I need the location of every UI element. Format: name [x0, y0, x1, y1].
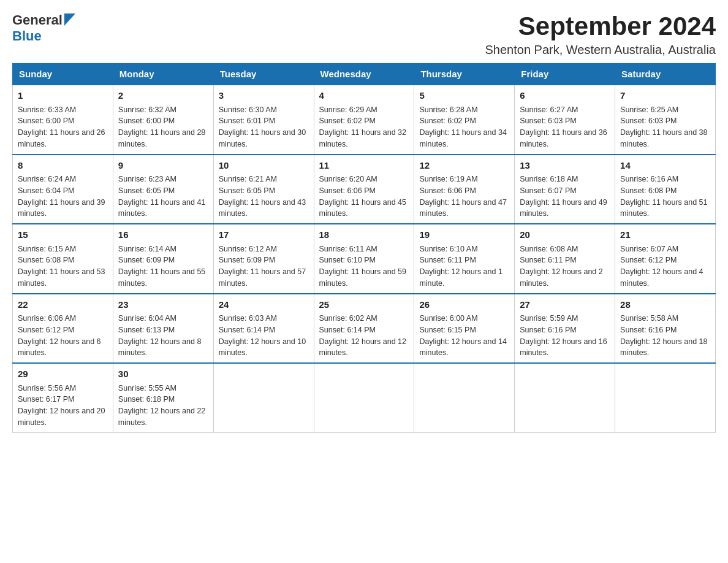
days-header-row: Sunday Monday Tuesday Wednesday Thursday… [13, 64, 716, 85]
sunrise-label: Sunrise: 5:58 AM [620, 314, 678, 323]
header-tuesday: Tuesday [213, 64, 314, 85]
sunrise-label: Sunrise: 6:33 AM [18, 105, 76, 114]
day-number: 22 [18, 298, 108, 312]
sunrise-label: Sunrise: 6:04 AM [118, 314, 176, 323]
day-number: 16 [118, 228, 208, 242]
week-row-1: 1 Sunrise: 6:33 AM Sunset: 6:00 PM Dayli… [13, 85, 716, 155]
day-number: 20 [520, 228, 610, 242]
sunset-label: Sunset: 6:09 PM [219, 256, 275, 264]
calendar-cell: 20 Sunrise: 6:08 AM Sunset: 6:11 PM Dayl… [515, 224, 615, 294]
sunset-label: Sunset: 6:13 PM [118, 326, 175, 334]
calendar-cell: 11 Sunrise: 6:20 AM Sunset: 6:06 PM Dayl… [314, 155, 414, 224]
daylight-label: Daylight: 12 hours and 6 minutes. [18, 337, 101, 358]
daylight-label: Daylight: 11 hours and 36 minutes. [520, 128, 607, 148]
sunrise-label: Sunrise: 6:30 AM [219, 105, 277, 114]
daylight-label: Daylight: 11 hours and 53 minutes. [18, 267, 105, 288]
day-number: 28 [620, 298, 710, 312]
sunrise-label: Sunrise: 5:56 AM [18, 384, 76, 393]
logo: General Blue [12, 12, 75, 44]
calendar-cell: 4 Sunrise: 6:29 AM Sunset: 6:02 PM Dayli… [314, 85, 414, 155]
month-year-title: September 2024 [485, 12, 716, 40]
page-header: General Blue September 2024 Shenton Park… [12, 12, 716, 57]
header-monday: Monday [113, 64, 213, 85]
daylight-label: Daylight: 12 hours and 2 minutes. [520, 267, 603, 288]
sunrise-label: Sunrise: 6:19 AM [419, 175, 477, 183]
daylight-label: Daylight: 12 hours and 1 minute. [419, 267, 502, 288]
svg-marker-0 [64, 13, 75, 26]
daylight-label: Daylight: 11 hours and 55 minutes. [118, 267, 205, 288]
calendar-cell: 24 Sunrise: 6:03 AM Sunset: 6:14 PM Dayl… [213, 294, 314, 364]
sunrise-label: Sunrise: 6:07 AM [620, 245, 678, 253]
day-number: 6 [520, 89, 610, 103]
sunrise-label: Sunrise: 6:00 AM [419, 314, 477, 323]
sunrise-label: Sunrise: 6:06 AM [18, 314, 76, 323]
calendar-cell: 3 Sunrise: 6:30 AM Sunset: 6:01 PM Dayli… [213, 85, 314, 155]
sunrise-label: Sunrise: 6:02 AM [319, 314, 377, 323]
sunset-label: Sunset: 6:06 PM [319, 186, 376, 195]
sunset-label: Sunset: 6:15 PM [419, 326, 476, 334]
week-row-3: 15 Sunrise: 6:15 AM Sunset: 6:08 PM Dayl… [13, 224, 716, 294]
sunrise-label: Sunrise: 6:11 AM [319, 245, 377, 253]
sunrise-label: Sunrise: 6:16 AM [620, 175, 678, 183]
header-saturday: Saturday [615, 64, 716, 85]
sunset-label: Sunset: 6:09 PM [118, 256, 175, 264]
sunset-label: Sunset: 6:12 PM [18, 326, 74, 334]
calendar-cell: 10 Sunrise: 6:21 AM Sunset: 6:05 PM Dayl… [213, 155, 314, 224]
daylight-label: Daylight: 11 hours and 30 minutes. [219, 128, 306, 148]
calendar-cell: 7 Sunrise: 6:25 AM Sunset: 6:03 PM Dayli… [615, 85, 716, 155]
daylight-label: Daylight: 11 hours and 57 minutes. [219, 267, 306, 288]
sunrise-label: Sunrise: 6:21 AM [219, 175, 277, 183]
sunrise-label: Sunrise: 6:25 AM [620, 105, 678, 114]
sunrise-label: Sunrise: 6:20 AM [319, 175, 377, 183]
daylight-label: Daylight: 12 hours and 20 minutes. [18, 407, 105, 427]
day-number: 25 [319, 298, 409, 312]
calendar-cell: 28 Sunrise: 5:58 AM Sunset: 6:16 PM Dayl… [615, 294, 716, 364]
daylight-label: Daylight: 11 hours and 49 minutes. [520, 198, 607, 218]
week-row-5: 29 Sunrise: 5:56 AM Sunset: 6:17 PM Dayl… [13, 363, 716, 432]
daylight-label: Daylight: 11 hours and 43 minutes. [219, 198, 306, 218]
calendar-cell: 18 Sunrise: 6:11 AM Sunset: 6:10 PM Dayl… [314, 224, 414, 294]
calendar-cell: 13 Sunrise: 6:18 AM Sunset: 6:07 PM Dayl… [515, 155, 615, 224]
calendar-cell: 23 Sunrise: 6:04 AM Sunset: 6:13 PM Dayl… [113, 294, 213, 364]
day-number: 23 [118, 298, 208, 312]
sunset-label: Sunset: 6:14 PM [319, 326, 376, 334]
day-number: 26 [419, 298, 509, 312]
header-wednesday: Wednesday [314, 64, 414, 85]
daylight-label: Daylight: 12 hours and 8 minutes. [118, 337, 202, 358]
sunrise-label: Sunrise: 6:24 AM [18, 175, 76, 183]
day-number: 30 [118, 367, 208, 381]
calendar-cell: 22 Sunrise: 6:06 AM Sunset: 6:12 PM Dayl… [13, 294, 113, 364]
calendar-cell: 25 Sunrise: 6:02 AM Sunset: 6:14 PM Dayl… [314, 294, 414, 364]
sunrise-label: Sunrise: 6:23 AM [118, 175, 176, 183]
sunset-label: Sunset: 6:11 PM [520, 256, 576, 264]
sunrise-label: Sunrise: 5:59 AM [520, 314, 578, 323]
calendar-cell: 8 Sunrise: 6:24 AM Sunset: 6:04 PM Dayli… [13, 155, 113, 224]
daylight-label: Daylight: 11 hours and 39 minutes. [18, 198, 105, 218]
sunset-label: Sunset: 6:10 PM [319, 256, 376, 264]
daylight-label: Daylight: 12 hours and 14 minutes. [419, 337, 506, 358]
sunrise-label: Sunrise: 6:12 AM [219, 245, 277, 253]
sunset-label: Sunset: 6:06 PM [419, 186, 476, 195]
daylight-label: Daylight: 11 hours and 26 minutes. [18, 128, 105, 148]
calendar-cell [615, 363, 716, 432]
sunset-label: Sunset: 6:00 PM [118, 117, 175, 125]
calendar-cell: 27 Sunrise: 5:59 AM Sunset: 6:16 PM Dayl… [515, 294, 615, 364]
logo-triangle-icon [64, 13, 75, 26]
daylight-label: Daylight: 12 hours and 18 minutes. [620, 337, 707, 358]
day-number: 5 [419, 89, 509, 103]
calendar-table: Sunday Monday Tuesday Wednesday Thursday… [12, 63, 716, 433]
sunset-label: Sunset: 6:08 PM [18, 256, 74, 264]
calendar-cell [414, 363, 515, 432]
daylight-label: Daylight: 11 hours and 28 minutes. [118, 128, 205, 148]
calendar-cell: 26 Sunrise: 6:00 AM Sunset: 6:15 PM Dayl… [414, 294, 515, 364]
daylight-label: Daylight: 12 hours and 10 minutes. [219, 337, 306, 358]
sunset-label: Sunset: 6:14 PM [219, 326, 275, 334]
sunrise-label: Sunrise: 5:55 AM [118, 384, 176, 393]
day-number: 9 [118, 159, 208, 173]
day-number: 21 [620, 228, 710, 242]
daylight-label: Daylight: 11 hours and 45 minutes. [319, 198, 406, 218]
calendar-cell: 21 Sunrise: 6:07 AM Sunset: 6:12 PM Dayl… [615, 224, 716, 294]
daylight-label: Daylight: 11 hours and 32 minutes. [319, 128, 406, 148]
week-row-2: 8 Sunrise: 6:24 AM Sunset: 6:04 PM Dayli… [13, 155, 716, 224]
daylight-label: Daylight: 11 hours and 38 minutes. [620, 128, 707, 148]
